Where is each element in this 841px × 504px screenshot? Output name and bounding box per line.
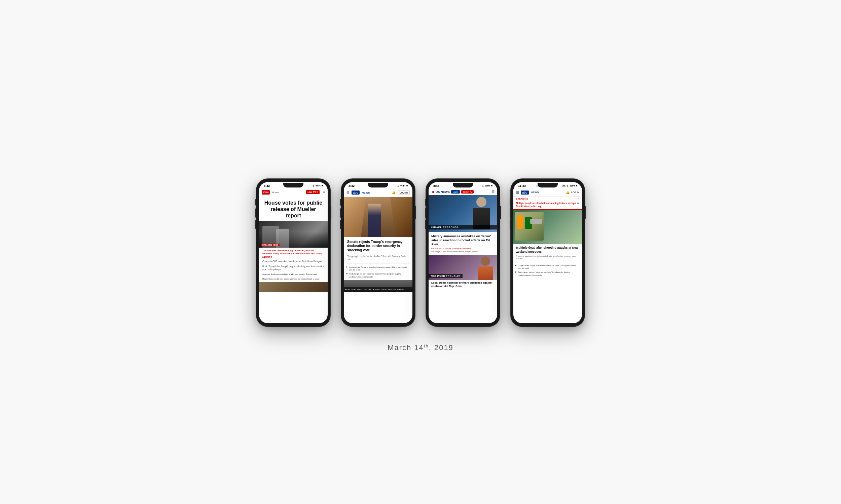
cnn-story-1[interactable]: Cuomo to GOP lawmaker: Mueller more Repu… xyxy=(259,259,328,264)
time-cnn: 8:42 xyxy=(264,184,270,187)
fox-nav[interactable]: ◀FOX NEWS Login Watch TV ☰ xyxy=(429,189,497,195)
battery-icon-abc: ■ xyxy=(406,184,408,187)
signal-icon-abc2: ▲ xyxy=(566,184,569,187)
abc2-breaking-text[interactable]: Multiple people are dead after a shootin… xyxy=(513,201,582,210)
fox-second-image: TOO MUCH TROUBLE? xyxy=(429,255,497,280)
phone-screen-cnn: 8:42 ▲ WiFi ■ CNN Home Live TV ▾ ≡ House… xyxy=(259,182,328,323)
abc2-logo-text: NEWS xyxy=(531,191,539,194)
abc2-sub-text: A suspect was taken into police custody … xyxy=(513,255,582,260)
signal-icon-cnn: ▲ xyxy=(312,184,314,187)
fox-sub-red: Rockets fired at Tel Aviv, triggering ai… xyxy=(429,247,497,250)
status-icons-abc2: LTE ▲ WiFi ■ xyxy=(562,184,577,187)
status-bar-abc2: 11:33 abcnews.go.com LTE ▲ WiFi ■ xyxy=(513,182,582,189)
cnn-hero-image: BREAKING NEWS xyxy=(259,221,328,248)
abc2-close-icon[interactable]: ✕ xyxy=(577,198,579,200)
date-text: March 14 xyxy=(388,343,424,352)
cnn-breaking-text: The vote was overwhelmingly bipartisan, … xyxy=(259,248,328,259)
abc2-main-headline[interactable]: Multiple dead after shooting attacks at … xyxy=(513,244,582,255)
cnn-bottom-image xyxy=(259,282,328,292)
date-suffix: th xyxy=(424,343,429,348)
cnn-logo: CNN xyxy=(262,190,270,195)
status-bar-fox: 8:43 foxnews.com ▲ WiFi ■ xyxy=(429,182,497,189)
phone-cnn: 8:42 ▲ WiFi ■ CNN Home Live TV ▾ ≡ House… xyxy=(256,179,330,327)
abc2-nav[interactable]: ☰ abc NEWS 🔔 LOG IN xyxy=(513,189,582,197)
phone-screen-fox: 8:43 foxnews.com ▲ WiFi ■ ◀FOX NEWS Logi… xyxy=(429,182,497,323)
url-abc2: abcnews.go.com xyxy=(535,185,552,187)
abc-bullet-1[interactable]: Judge deals Trump a blow in defamation c… xyxy=(344,265,412,272)
cnn-story-3[interactable]: Analysis: Explosive revelations add new … xyxy=(259,272,328,277)
lte-abc2: LTE xyxy=(562,185,566,187)
url-abc: abcnews.go.com xyxy=(368,185,384,187)
abc2-bullet-2[interactable]: Feds target ex-con 'attorney imposter' f… xyxy=(513,270,582,277)
fox-hamburger-icon[interactable]: ☰ xyxy=(492,190,495,194)
abc-bullet-2[interactable]: Feds target ex-con 'attorney imposter' f… xyxy=(344,272,412,279)
time-fox: 8:43 xyxy=(433,184,439,187)
phone-abc2: 11:33 abcnews.go.com LTE ▲ WiFi ■ ☰ abc … xyxy=(511,179,585,327)
fox-login-btn[interactable]: Login xyxy=(451,190,460,194)
time-abc2: 11:33 xyxy=(518,184,526,187)
abc2-bell-icon[interactable]: 🔔 xyxy=(566,191,569,194)
fox-sub-normal: Israel says it uncovered militant networ… xyxy=(429,250,497,253)
status-icons-fox: ▲ WiFi ■ xyxy=(482,184,493,187)
phones-container: 8:42 ▲ WiFi ■ CNN Home Live TV ▾ ≡ House… xyxy=(256,179,585,327)
abc-hero-image xyxy=(344,197,412,237)
signal-icon-abc: ▲ xyxy=(397,184,399,187)
battery-icon-abc2: ■ xyxy=(576,184,577,187)
cnn-story-4[interactable]: Roger Stone could face consequences for … xyxy=(259,277,328,282)
cnn-story-2[interactable]: Book: Trump letter firing Comey accident… xyxy=(259,264,328,272)
status-bar-abc: 8:42 abcnews.go.com ▲ WiFi ■ xyxy=(344,182,412,189)
abc2-breaking-bar: BREAKING ✕ xyxy=(513,197,582,201)
cnn-main-headline[interactable]: House votes for public release of Muelle… xyxy=(259,196,328,221)
abc-bottom-image: AFTER TRUMP PRESS CONF GAME AGAINST BORD… xyxy=(344,280,412,292)
phone-frame-abc2: 11:33 abcnews.go.com LTE ▲ WiFi ■ ☰ abc … xyxy=(511,179,585,327)
phone-abc: 8:42 abcnews.go.com ▲ WiFi ■ ☰ abc NEWS … xyxy=(341,179,415,327)
fox-hero-image: ISRAEL RESPONDS xyxy=(429,195,497,232)
abc2-login-btn[interactable]: LOG IN xyxy=(571,191,579,194)
wifi-icon-abc: WiFi xyxy=(400,184,405,187)
wifi-icon-fox: WiFi xyxy=(485,184,490,187)
abc-bell-icon[interactable]: 🔔 xyxy=(392,191,396,194)
abc2-logo: abc xyxy=(521,191,529,195)
status-bar-cnn: 8:42 ▲ WiFi ■ xyxy=(259,182,328,189)
date-year: , 2019 xyxy=(429,343,453,352)
cnn-nav[interactable]: CNN Home Live TV ▾ ≡ xyxy=(259,189,328,196)
fox-second-headline[interactable]: Local Dems consider primary challenge ag… xyxy=(429,280,497,289)
cnn-live-tv-btn[interactable]: Live TV ▾ xyxy=(306,190,320,194)
abc2-hero-image xyxy=(513,210,582,244)
wifi-icon-abc2: WiFi xyxy=(570,184,575,187)
phone-screen-abc2: 11:33 abcnews.go.com LTE ▲ WiFi ■ ☰ abc … xyxy=(513,182,582,323)
phone-fox: 8:43 foxnews.com ▲ WiFi ■ ◀FOX NEWS Logi… xyxy=(426,179,500,327)
abc-nav[interactable]: ☰ abc NEWS 🔔 LOG IN xyxy=(344,189,412,197)
status-icons-cnn: ▲ WiFi ■ xyxy=(312,184,323,187)
cnn-breaking-badge: BREAKING NEWS xyxy=(261,244,279,246)
fox-hero-badge: ISRAEL RESPONDS xyxy=(429,225,497,230)
abc-divider-1 xyxy=(347,264,409,264)
fox-second-badge: TOO MUCH TROUBLE? xyxy=(429,274,463,278)
abc2-bullet-1[interactable]: Judge deals Trump a blow in defamation c… xyxy=(513,264,582,270)
abc-main-headline[interactable]: Senate rejects Trump's emergency declara… xyxy=(344,237,412,254)
abc2-breaking-label: BREAKING xyxy=(516,198,528,200)
phone-frame-abc: 8:42 abcnews.go.com ▲ WiFi ■ ☰ abc NEWS … xyxy=(341,179,415,327)
abc-login-btn[interactable]: LOG IN xyxy=(398,191,410,195)
cnn-menu-icon[interactable]: ≡ xyxy=(323,191,325,194)
url-fox: foxnews.com xyxy=(454,185,467,187)
cnn-home-link[interactable]: Home xyxy=(272,191,304,194)
fox-watchtv-btn[interactable]: Watch TV xyxy=(461,190,474,194)
phone-frame-fox: 8:43 foxnews.com ▲ WiFi ■ ◀FOX NEWS Logi… xyxy=(426,179,500,327)
date-caption: March 14th, 2019 xyxy=(388,343,453,352)
abc-hamburger-icon[interactable]: ☰ xyxy=(346,191,349,195)
battery-icon-cnn: ■ xyxy=(322,184,323,187)
fox-main-headline[interactable]: Military announces airstrikes on 'terror… xyxy=(429,232,497,247)
fox-logo: ◀FOX NEWS xyxy=(431,190,450,194)
status-icons-abc: ▲ WiFi ■ xyxy=(397,184,408,187)
phone-frame-cnn: 8:42 ▲ WiFi ■ CNN Home Live TV ▾ ≡ House… xyxy=(256,179,330,327)
battery-icon-fox: ■ xyxy=(491,184,493,187)
abc-logo: abc xyxy=(351,191,360,195)
abc-logo-text: NEWS xyxy=(362,191,370,194)
abc-sub-text: "I'm going to be the 'victim of office'"… xyxy=(344,254,412,262)
abc2-hamburger-icon[interactable]: ☰ xyxy=(516,191,519,194)
time-abc: 8:42 xyxy=(348,184,355,187)
phone-screen-abc: 8:42 abcnews.go.com ▲ WiFi ■ ☰ abc NEWS … xyxy=(344,182,412,323)
signal-icon-fox: ▲ xyxy=(482,184,484,187)
wifi-icon-cnn: WiFi xyxy=(315,184,321,187)
